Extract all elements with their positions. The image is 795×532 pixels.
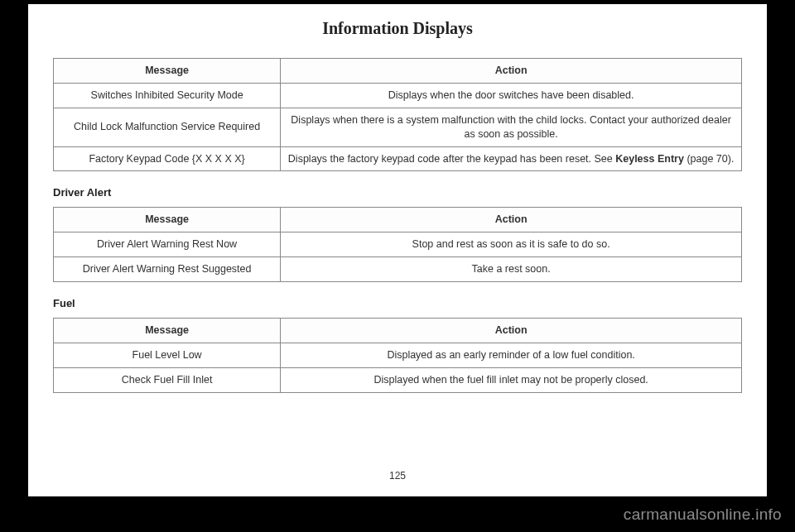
table-header-row: Message Action bbox=[54, 59, 742, 84]
page-number: 125 bbox=[28, 470, 767, 482]
table-row: Child Lock Malfunction Service Required … bbox=[54, 108, 742, 146]
table-row: Driver Alert Warning Rest Suggested Take… bbox=[54, 257, 742, 282]
manual-page: Information Displays Message Action Swit… bbox=[28, 4, 767, 496]
action-link-text: Keyless Entry bbox=[615, 153, 684, 165]
header-message: Message bbox=[54, 319, 281, 343]
cell-message: Check Fuel Fill Inlet bbox=[54, 367, 281, 392]
header-action: Action bbox=[281, 319, 742, 343]
watermark: carmanualsonline.info bbox=[624, 506, 782, 524]
cell-action: Displays the factory keypad code after t… bbox=[281, 146, 742, 171]
table-header-row: Message Action bbox=[54, 319, 742, 343]
messages-table-1: Message Action Switches Inhibited Securi… bbox=[53, 58, 742, 171]
cell-action: Displays when there is a system malfunct… bbox=[281, 108, 742, 146]
cell-message: Fuel Level Low bbox=[54, 343, 281, 367]
cell-action: Take a rest soon. bbox=[281, 257, 742, 282]
header-message: Message bbox=[54, 59, 281, 84]
section-title-fuel: Fuel bbox=[53, 297, 742, 309]
header-action: Action bbox=[281, 208, 742, 232]
cell-message: Driver Alert Warning Rest Now bbox=[54, 232, 281, 257]
cell-action: Displays when the door switches have bee… bbox=[281, 83, 742, 108]
cell-message: Switches Inhibited Security Mode bbox=[54, 83, 281, 108]
action-text-pre: Displays the factory keypad code after t… bbox=[288, 153, 615, 165]
table-row: Fuel Level Low Displayed as an early rem… bbox=[54, 343, 742, 367]
cell-message: Factory Keypad Code {X X X X X} bbox=[54, 146, 281, 171]
table-row: Switches Inhibited Security Mode Display… bbox=[54, 83, 742, 108]
cell-action: Displayed as an early reminder of a low … bbox=[281, 343, 742, 367]
action-text-post: (page 70). bbox=[684, 153, 734, 165]
messages-table-fuel: Message Action Fuel Level Low Displayed … bbox=[53, 318, 742, 393]
page-title: Information Displays bbox=[53, 19, 742, 38]
table-row: Check Fuel Fill Inlet Displayed when the… bbox=[54, 367, 742, 392]
table-row: Factory Keypad Code {X X X X X} Displays… bbox=[54, 146, 742, 171]
cell-action: Stop and rest as soon as it is safe to d… bbox=[281, 232, 742, 257]
table-header-row: Message Action bbox=[54, 208, 742, 232]
header-action: Action bbox=[281, 59, 742, 84]
table-row: Driver Alert Warning Rest Now Stop and r… bbox=[54, 232, 742, 257]
cell-message: Child Lock Malfunction Service Required bbox=[54, 108, 281, 146]
cell-action: Displayed when the fuel fill inlet may n… bbox=[281, 367, 742, 392]
messages-table-driver-alert: Message Action Driver Alert Warning Rest… bbox=[53, 207, 742, 282]
section-title-driver-alert: Driver Alert bbox=[53, 186, 742, 199]
cell-message: Driver Alert Warning Rest Suggested bbox=[54, 257, 281, 282]
header-message: Message bbox=[54, 208, 281, 232]
